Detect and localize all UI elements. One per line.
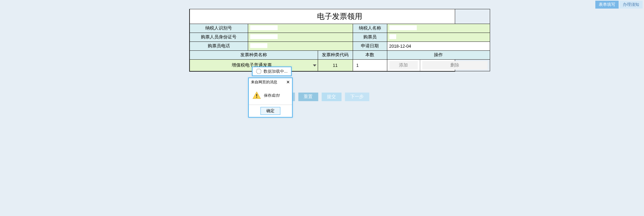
form-panel: 电子发票领用 纳税人识别号 纳税人名称 购票人员身份证号 购票员 购票员电话 申… [189,9,455,72]
loading-indicator: 数据加载中... [252,67,292,76]
close-icon[interactable]: ✕ [286,80,290,84]
dialog-message: 保存成功! [264,93,280,98]
dialog-footer: 确定 [249,105,292,117]
notice-button[interactable]: 办理须知 [619,1,643,9]
label-taxpayer-id: 纳税人识别号 [190,24,248,33]
invoice-type-code-value: 11 [318,60,353,71]
spinner-icon [256,69,262,74]
quantity-input[interactable] [355,61,385,70]
value-apply-date: 2018-12-04 [387,42,490,51]
value-buyer-idno [248,33,353,42]
message-dialog: 来自网页的消息 ✕ 保存成功! 确定 [248,77,293,118]
dialog-ok-button[interactable]: 确定 [260,107,280,115]
value-buyer-phone [248,42,353,51]
delete-button[interactable]: 删除 [422,61,488,70]
submit-button[interactable]: 提交 [321,93,341,101]
label-apply-date: 申请日期 [353,42,387,51]
label-buyer-idno: 购票人员身份证号 [190,33,248,42]
col-quantity: 本数 [353,51,387,60]
label-buyer-phone: 购票员电话 [190,42,248,51]
fill-form-button[interactable]: 表单填写 [595,1,619,9]
next-button[interactable]: 下一步 [345,93,369,101]
col-operation: 操作 [387,51,490,60]
col-invoice-type-code: 发票种类代码 [318,51,353,60]
reset-button[interactable]: 重置 [298,93,318,101]
value-taxpayer-id [248,24,353,33]
label-taxpayer-name: 纳税人名称 [353,24,387,33]
svg-rect-1 [256,94,257,96]
svg-rect-2 [256,97,257,98]
page-title: 电子发票领用 [190,9,490,24]
value-buyer [387,33,490,42]
add-button[interactable]: 添加 [389,61,418,70]
dialog-title: 来自网页的消息 [251,80,277,85]
label-buyer: 购票员 [353,33,387,42]
value-taxpayer-name [387,24,490,33]
dialog-body: 保存成功! [249,86,292,105]
warning-icon [252,91,261,100]
dialog-header: 来自网页的消息 ✕ [249,78,292,86]
col-invoice-type-name: 发票种类名称 [190,51,318,60]
main-table: 电子发票领用 纳税人识别号 纳税人名称 购票人员身份证号 购票员 购票员电话 申… [190,9,490,71]
quantity-cell [353,60,387,71]
chevron-down-icon [313,64,316,67]
loading-text: 数据加载中... [264,69,288,74]
table-row: 增值税电子普通发票 11 添加 删除 [190,60,490,71]
top-bar: 表单填写 办理须知 [0,0,644,9]
